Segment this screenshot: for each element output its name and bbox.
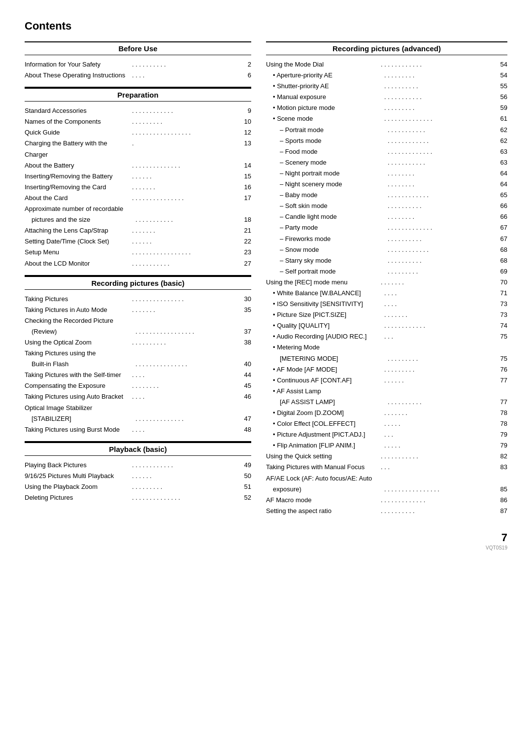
list-item: Setup Menu . . . . . . . . . . . . . . .… — [25, 247, 251, 258]
preparation-entries: Standard Accessories . . . . . . . . . .… — [25, 105, 251, 269]
playback-basic-entries: Playing Back Pictures . . . . . . . . . … — [25, 460, 251, 503]
list-item: Taking Pictures using the Built-in Flash… — [25, 348, 251, 370]
list-item: Inserting/Removing the Battery . . . . .… — [25, 171, 251, 182]
section-header-before-use: Before Use — [25, 41, 251, 55]
list-item: Attaching the Lens Cap/Strap . . . . . .… — [25, 225, 251, 236]
list-item: Taking Pictures in Auto Mode . . . . . .… — [25, 305, 251, 315]
list-item: Taking Pictures with Manual Focus . . . … — [266, 462, 507, 473]
list-item: – Self portrait mode . . . . . . . . . 6… — [266, 266, 507, 277]
list-item: – Candle light mode . . . . . . . . 66 — [266, 211, 507, 222]
right-column: Recording pictures (advanced) Using the … — [266, 41, 507, 550]
list-item: – Snow mode . . . . . . . . . . . . 68 — [266, 244, 507, 255]
list-item: Taking Pictures using Burst Mode . . . .… — [25, 424, 251, 435]
list-item: • Digital Zoom [D.ZOOM] . . . . . . . 78 — [266, 408, 507, 418]
section-header-recording-advanced: Recording pictures (advanced) — [266, 41, 507, 55]
list-item: – Night portrait mode . . . . . . . . 64 — [266, 168, 507, 179]
list-item: – Night scenery mode . . . . . . . . 64 — [266, 179, 507, 190]
section-header-preparation: Preparation — [25, 88, 251, 102]
before-use-entries: Information for Your Safety . . . . . . … — [25, 59, 251, 81]
page-title: Contents — [25, 20, 507, 33]
list-item: • AF Assist Lamp [AF ASSIST LAMP] . . . … — [266, 386, 507, 408]
list-item: 9/16/25 Pictures Multi Playback . . . . … — [25, 471, 251, 481]
list-item: – Soft skin mode . . . . . . . . . . 66 — [266, 201, 507, 211]
list-item: Using the Quick setting . . . . . . . . … — [266, 451, 507, 462]
product-code: VQT0S19 — [486, 545, 507, 550]
list-item: • Audio Recording [AUDIO REC.] . . . 75 — [266, 331, 507, 342]
list-item: Playing Back Pictures . . . . . . . . . … — [25, 460, 251, 471]
list-item: • Color Effect [COL.EFFECT] . . . . . 78 — [266, 418, 507, 429]
list-item: Checking the Recorded Picture (Review) .… — [25, 315, 251, 337]
left-column: Before Use Information for Your Safety .… — [25, 41, 251, 550]
list-item: Using the Optical Zoom . . . . . . . . .… — [25, 337, 251, 348]
list-item: About the Card . . . . . . . . . . . . .… — [25, 193, 251, 204]
section-header-playback-basic: Playback (basic) — [25, 442, 251, 456]
list-item: Standard Accessories . . . . . . . . . .… — [25, 105, 251, 116]
page-number: 7 — [501, 531, 507, 544]
list-item: • Picture Adjustment [PICT.ADJ.] . . . 7… — [266, 429, 507, 440]
list-item: – Fireworks mode . . . . . . . . . . 67 — [266, 234, 507, 244]
list-item: Inserting/Removing the Card . . . . . . … — [25, 182, 251, 193]
list-item: – Starry sky mode . . . . . . . . . . 68 — [266, 255, 507, 266]
list-item: Names of the Components . . . . . . . . … — [25, 116, 251, 127]
list-item: • Aperture-priority AE . . . . . . . . .… — [266, 70, 507, 81]
list-item: Deleting Pictures . . . . . . . . . . . … — [25, 492, 251, 503]
list-item: Compensating the Exposure . . . . . . . … — [25, 380, 251, 391]
list-item: Setting Date/Time (Clock Set) . . . . . … — [25, 236, 251, 247]
list-item: – Sports mode . . . . . . . . . . . . 62 — [266, 136, 507, 146]
list-item: – Baby mode . . . . . . . . . . . . 65 — [266, 190, 507, 201]
list-item: • Metering Mode [METERING MODE] . . . . … — [266, 342, 507, 364]
list-item: Approximate number of recordable picture… — [25, 204, 251, 225]
list-item: • Quality [QUALITY] . . . . . . . . . . … — [266, 320, 507, 331]
list-item: AF Macro mode . . . . . . . . . . . . . … — [266, 495, 507, 506]
list-item: About the LCD Monitor . . . . . . . . . … — [25, 258, 251, 269]
list-item: Using the [REC] mode menu . . . . . . . … — [266, 277, 507, 288]
list-item: Optical Image Stabilizer [STABILIZER] . … — [25, 403, 251, 424]
list-item: – Portrait mode . . . . . . . . . . . 62 — [266, 125, 507, 136]
list-item: Information for Your Safety . . . . . . … — [25, 59, 251, 70]
list-item: • Motion picture mode . . . . . . . . . … — [266, 103, 507, 113]
list-item: – Food mode . . . . . . . . . . . . . 63 — [266, 146, 507, 157]
list-item: Taking Pictures with the Self-timer . . … — [25, 370, 251, 380]
list-item: About the Battery . . . . . . . . . . . … — [25, 160, 251, 171]
list-item: – Scenery mode . . . . . . . . . . . 63 — [266, 157, 507, 168]
section-header-recording-basic: Recording pictures (basic) — [25, 276, 251, 290]
recording-basic-entries: Taking Pictures . . . . . . . . . . . . … — [25, 294, 251, 435]
list-item: Taking Pictures . . . . . . . . . . . . … — [25, 294, 251, 305]
list-item: • AF Mode [AF MODE] . . . . . . . . . 76 — [266, 364, 507, 375]
list-item: Setting the aspect ratio . . . . . . . .… — [266, 506, 507, 516]
list-item: Quick Guide . . . . . . . . . . . . . . … — [25, 127, 251, 138]
list-item: • Continuous AF [CONT.AF] . . . . . . 77 — [266, 375, 507, 386]
list-item: AF/AE Lock (AF: Auto focus/AE: Auto expo… — [266, 473, 507, 495]
list-item: • Picture Size [PICT.SIZE] . . . . . . .… — [266, 309, 507, 320]
list-item: Taking Pictures using Auto Bracket . . .… — [25, 391, 251, 402]
list-item: Using the Mode Dial . . . . . . . . . . … — [266, 59, 507, 70]
list-item: Using the Playback Zoom . . . . . . . . … — [25, 481, 251, 492]
list-item: • Shutter-priority AE . . . . . . . . . … — [266, 81, 507, 92]
list-item: Charging the Battery with the Charger . … — [25, 138, 251, 160]
list-item: • ISO Sensitivity [SENSITIVITY] . . . . … — [266, 299, 507, 309]
list-item: About These Operating Instructions . . .… — [25, 70, 251, 81]
list-item: • Scene mode . . . . . . . . . . . . . .… — [266, 113, 507, 124]
list-item: • Manual exposure . . . . . . . . . . . … — [266, 92, 507, 103]
list-item: • White Balance [W.BALANCE] . . . . 71 — [266, 288, 507, 299]
list-item: – Party mode . . . . . . . . . . . . . 6… — [266, 222, 507, 233]
recording-advanced-entries: Using the Mode Dial . . . . . . . . . . … — [266, 59, 507, 516]
list-item: • Flip Animation [FLIP ANIM.] . . . . . … — [266, 440, 507, 451]
